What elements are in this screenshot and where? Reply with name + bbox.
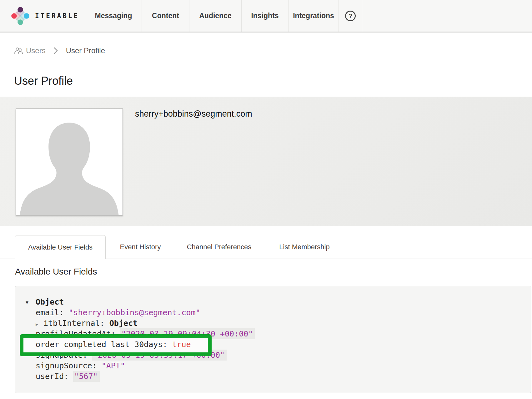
breadcrumb-users-label: Users xyxy=(26,46,46,55)
field-value-object: Object xyxy=(109,319,138,328)
breadcrumb-current: User Profile xyxy=(66,46,105,55)
root-object-label: Object xyxy=(36,297,64,306)
field-value-string: "567" xyxy=(73,371,99,382)
collapse-expanded-icon[interactable]: ▼ xyxy=(26,297,28,308)
avatar-placeholder-icon xyxy=(16,109,123,215)
collapse-collapsed-icon[interactable]: ▶ xyxy=(36,319,43,330)
field-key: itblInternal: xyxy=(43,319,105,328)
top-navbar: ITERABLE Messaging Content Audience Insi… xyxy=(0,0,532,33)
field-key: userId: xyxy=(36,372,68,381)
page-title: User Profile xyxy=(14,74,73,88)
navbar-spacer xyxy=(362,0,532,32)
breadcrumb-chevron-icon xyxy=(54,47,58,54)
nav-item-audience[interactable]: Audience xyxy=(199,12,232,20)
profile-hero: sherry+bobbins@segment.com xyxy=(0,97,532,226)
field-key: signupSource: xyxy=(36,361,97,370)
breadcrumb-users-link[interactable]: Users xyxy=(14,46,46,55)
tab-event-history[interactable]: Event History xyxy=(120,235,161,259)
avatar xyxy=(16,109,123,215)
user-fields-tree: ▼Object email:"sherry+bobbins@segment.co… xyxy=(15,286,531,382)
field-row-itblinternal: ▶itblInternal:Object xyxy=(15,318,531,329)
brand-logo[interactable]: ITERABLE xyxy=(0,0,85,32)
section-heading: Available User Fields xyxy=(15,267,97,277)
available-user-fields-panel: ▼Object email:"sherry+bobbins@segment.co… xyxy=(15,286,531,393)
user-profile-page: { "nav": { "brand": "ITERABLE", "items":… xyxy=(0,0,532,399)
tab-available-user-fields[interactable]: Available User Fields xyxy=(15,235,106,259)
nav-item-insights[interactable]: Insights xyxy=(251,12,279,20)
help-button[interactable]: ? xyxy=(339,0,362,32)
help-icon: ? xyxy=(345,11,356,21)
field-value-string: "API" xyxy=(102,361,125,370)
field-value-string: "sherry+bobbins@segment.com" xyxy=(68,308,200,317)
field-row-signupsource: signupSource:"API" xyxy=(15,361,531,371)
field-row-root: ▼Object xyxy=(15,297,531,307)
field-key: order_completed_last_30days: xyxy=(36,340,167,349)
field-row-order-completed-last-30days: order_completed_last_30days:true xyxy=(15,339,531,350)
field-value-boolean: true xyxy=(172,340,191,349)
tab-list-membership[interactable]: List Membership xyxy=(279,235,329,259)
profile-email: sherry+bobbins@segment.com xyxy=(135,109,252,119)
profile-tabs: Available User Fields Event History Chan… xyxy=(0,235,532,259)
field-row-email: email:"sherry+bobbins@segment.com" xyxy=(15,307,531,318)
nav-item-content[interactable]: Content xyxy=(152,12,179,20)
field-key: email: xyxy=(36,308,64,317)
nav-item-messaging[interactable]: Messaging xyxy=(95,12,132,20)
users-icon xyxy=(14,47,23,54)
breadcrumb: Users User Profile xyxy=(14,46,105,55)
brand-wordmark: ITERABLE xyxy=(35,12,79,20)
nav-item-integrations[interactable]: Integrations xyxy=(293,12,334,20)
iterable-mark-icon xyxy=(11,7,29,25)
tab-channel-preferences[interactable]: Channel Preferences xyxy=(187,235,252,259)
field-row-userid: userId:"567" xyxy=(15,371,531,382)
